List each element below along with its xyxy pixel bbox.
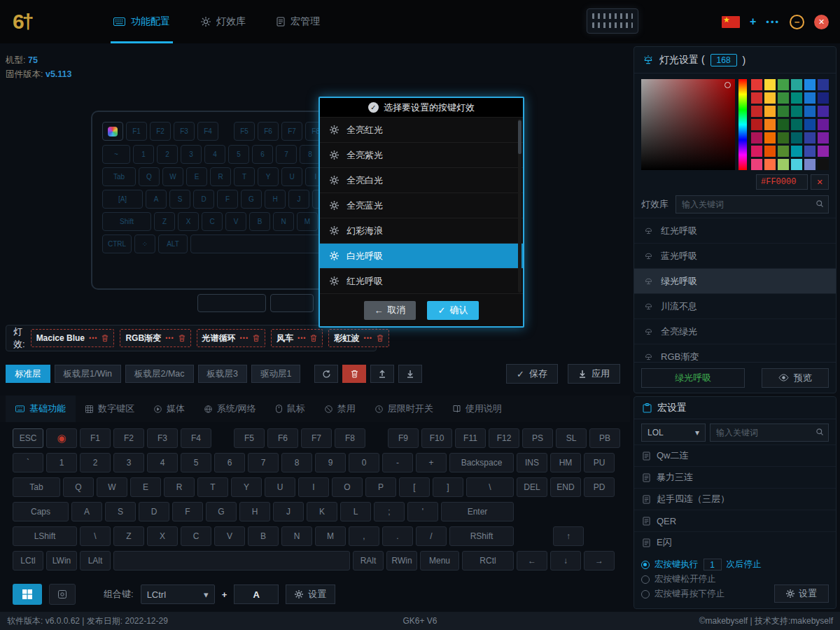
- key-rshift[interactable]: RShift: [449, 526, 514, 546]
- key-f5[interactable]: F5: [234, 428, 265, 448]
- tab-manual[interactable]: 使用说明: [443, 396, 512, 422]
- key-pd[interactable]: PD: [584, 477, 615, 497]
- tab-light-library[interactable]: 灯效库: [186, 0, 261, 43]
- key-d[interactable]: D: [139, 502, 169, 522]
- key-e[interactable]: E: [130, 477, 161, 497]
- color-swatch[interactable]: [764, 132, 776, 144]
- color-swatch[interactable]: [804, 106, 816, 117]
- color-swatch[interactable]: [778, 159, 789, 170]
- saturation-cursor[interactable]: [724, 82, 731, 88]
- trash-icon[interactable]: [310, 334, 317, 342]
- color-swatch[interactable]: [818, 132, 829, 144]
- color-swatch[interactable]: [818, 92, 829, 104]
- minimize-button[interactable]: −: [790, 15, 804, 29]
- modifier-select[interactable]: LCtrl ▾: [141, 584, 215, 604]
- key-f12[interactable]: F12: [489, 428, 519, 448]
- color-swatch[interactable]: [751, 132, 762, 144]
- hue-slider[interactable]: [738, 79, 747, 170]
- color-swatch[interactable]: [804, 79, 816, 90]
- key-x[interactable]: X: [147, 526, 178, 546]
- macro-item[interactable]: 起手四连（三层）: [634, 488, 836, 510]
- radio-icon[interactable]: [641, 575, 650, 584]
- color-swatch[interactable]: [804, 119, 816, 130]
- color-swatch[interactable]: [764, 79, 776, 90]
- color-swatch[interactable]: [818, 119, 829, 130]
- color-swatch[interactable]: [804, 132, 816, 144]
- tab-macro-manage[interactable]: 宏管理: [261, 0, 335, 43]
- color-swatch[interactable]: [751, 146, 762, 157]
- save-button[interactable]: ✓ 保存: [506, 364, 558, 384]
- key-h[interactable]: H: [239, 502, 270, 522]
- tab-numpad[interactable]: 数字键区: [76, 396, 144, 422]
- color-swatch[interactable]: [764, 106, 776, 117]
- color-swatch[interactable]: [778, 119, 789, 130]
- color-swatch[interactable]: [764, 146, 776, 157]
- key-rctl[interactable]: RCtl: [462, 551, 514, 570]
- color-swatch[interactable]: [764, 92, 776, 104]
- trash-icon[interactable]: [178, 334, 186, 342]
- key-backslash[interactable]: \: [466, 477, 514, 497]
- combo-key-value[interactable]: A: [234, 584, 279, 604]
- key-n[interactable]: N: [281, 526, 312, 546]
- effect-chip[interactable]: 风车 •••: [271, 329, 323, 347]
- key-lwin[interactable]: LWin: [46, 551, 77, 570]
- key-o[interactable]: O: [332, 477, 363, 497]
- color-swatch[interactable]: [778, 106, 789, 117]
- key-sl[interactable]: SL: [556, 428, 587, 448]
- key-7[interactable]: 7: [248, 453, 279, 472]
- color-swatch[interactable]: [818, 146, 829, 157]
- trash-icon[interactable]: [102, 334, 108, 342]
- key-menu[interactable]: Menu: [420, 551, 459, 570]
- color-swatch[interactable]: [791, 159, 802, 170]
- key-w[interactable]: W: [97, 477, 127, 497]
- tab-disable[interactable]: 禁用: [315, 396, 365, 422]
- key-ralt[interactable]: RAlt: [353, 551, 384, 570]
- current-effect-box[interactable]: 绿光呼吸: [641, 368, 745, 388]
- effect-option[interactable]: 全亮红光: [320, 118, 523, 143]
- light-effect-item[interactable]: 蓝光呼吸: [634, 243, 836, 268]
- color-swatch[interactable]: [791, 79, 802, 90]
- key-caps[interactable]: Caps: [13, 502, 69, 522]
- color-swatch[interactable]: [791, 146, 802, 157]
- key-arrow-right[interactable]: →: [584, 551, 615, 570]
- effect-option[interactable]: 全亮白光: [320, 168, 523, 193]
- macro-settings-button[interactable]: 设置: [774, 584, 829, 603]
- key-semicolon[interactable]: ;: [374, 502, 405, 522]
- tab-media[interactable]: 媒体: [144, 396, 195, 422]
- tab-function-config[interactable]: 功能配置: [98, 0, 186, 43]
- key-rbracket[interactable]: ]: [433, 477, 463, 497]
- key-g[interactable]: G: [206, 502, 237, 522]
- effect-search-input[interactable]: [676, 195, 829, 214]
- download-button[interactable]: [398, 365, 422, 383]
- layer-tab-driver1[interactable]: 驱动层1: [251, 365, 300, 383]
- key-4[interactable]: 4: [147, 453, 178, 472]
- color-swatch[interactable]: [791, 132, 802, 144]
- key-del[interactable]: DEL: [517, 477, 547, 497]
- key-z[interactable]: Z: [113, 526, 144, 546]
- key-q[interactable]: Q: [63, 477, 94, 497]
- color-swatch[interactable]: [751, 79, 762, 90]
- search-icon[interactable]: [816, 200, 824, 210]
- color-swatch[interactable]: [764, 159, 776, 170]
- key-f6[interactable]: F6: [267, 428, 298, 448]
- key-j[interactable]: J: [273, 502, 304, 522]
- key-f11[interactable]: F11: [455, 428, 486, 448]
- key-f3[interactable]: F3: [147, 428, 178, 448]
- macro-item[interactable]: 暴力三连: [634, 466, 836, 488]
- radio-icon[interactable]: [641, 590, 650, 598]
- color-swatch[interactable]: [751, 106, 762, 117]
- upload-button[interactable]: [370, 365, 394, 383]
- effect-chip[interactable]: 彩虹波 •••: [328, 329, 388, 347]
- effect-option[interactable]: 幻彩海浪: [320, 218, 523, 244]
- key-pb[interactable]: PB: [589, 428, 620, 448]
- key-i[interactable]: I: [298, 477, 329, 497]
- color-swatch[interactable]: [818, 106, 829, 117]
- effect-chip[interactable]: RGB渐变 •••: [120, 329, 190, 347]
- key-lalt[interactable]: LAlt: [80, 551, 111, 570]
- china-flag-icon[interactable]: ★: [722, 16, 740, 28]
- color-swatch[interactable]: [778, 92, 789, 104]
- key-iso-backslash[interactable]: \: [80, 526, 111, 546]
- key-f1[interactable]: F1: [80, 428, 111, 448]
- key-f2[interactable]: F2: [113, 428, 144, 448]
- close-button[interactable]: ✕: [814, 15, 829, 29]
